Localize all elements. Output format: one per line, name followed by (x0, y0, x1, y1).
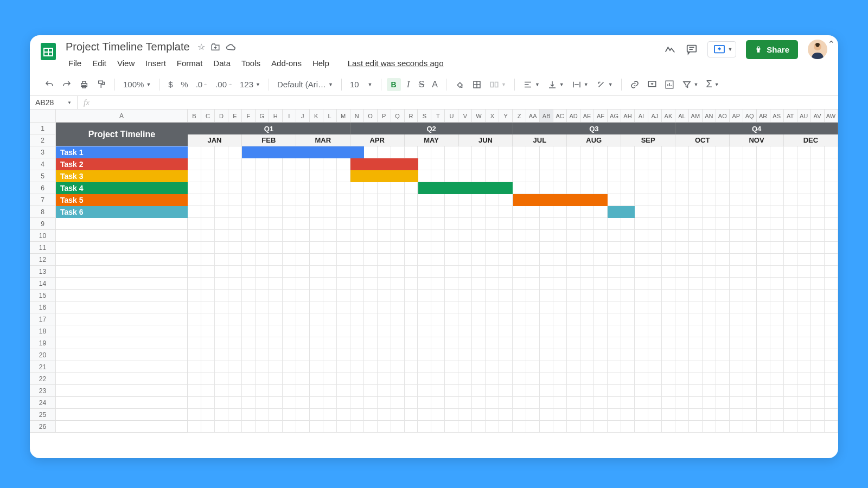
cell[interactable] (499, 325, 513, 337)
col-header[interactable]: A (56, 110, 188, 123)
cell[interactable] (56, 301, 188, 313)
cell[interactable] (594, 278, 608, 290)
cell[interactable] (445, 409, 458, 421)
cell[interactable] (703, 301, 716, 313)
cell[interactable] (472, 206, 486, 218)
cell[interactable] (811, 313, 825, 325)
cell[interactable] (567, 301, 580, 313)
cell[interactable] (364, 254, 378, 266)
cell[interactable] (784, 290, 797, 301)
cell[interactable] (256, 373, 269, 385)
cell[interactable] (730, 325, 743, 337)
cell[interactable] (621, 349, 635, 361)
cell[interactable] (811, 373, 825, 385)
cell[interactable] (689, 230, 703, 242)
cell[interactable] (730, 218, 743, 230)
cell[interactable] (757, 194, 770, 206)
cell[interactable] (825, 158, 838, 170)
cell[interactable] (675, 158, 689, 170)
cell[interactable] (770, 146, 784, 158)
cell[interactable] (648, 373, 662, 385)
col-header[interactable]: C (201, 110, 215, 123)
cell[interactable] (228, 313, 242, 325)
cell[interactable] (350, 385, 364, 397)
cell[interactable] (703, 278, 716, 290)
cell[interactable] (580, 290, 594, 301)
cell[interactable] (350, 242, 364, 254)
row-header[interactable]: 1 (30, 123, 56, 134)
cell[interactable] (635, 194, 648, 206)
col-header[interactable]: W (472, 110, 486, 123)
cell[interactable] (526, 266, 540, 278)
cell[interactable] (662, 266, 675, 278)
cell[interactable] (689, 325, 703, 337)
cell[interactable] (405, 385, 418, 397)
menu-help[interactable]: Help (308, 56, 334, 70)
cell[interactable] (188, 146, 201, 158)
cell[interactable] (215, 373, 228, 385)
cell[interactable] (269, 206, 283, 218)
cell[interactable] (635, 158, 648, 170)
cell[interactable] (364, 218, 378, 230)
cell[interactable] (594, 301, 608, 313)
cell[interactable] (540, 349, 553, 361)
cell[interactable] (296, 218, 310, 230)
cell[interactable] (526, 337, 540, 349)
cell[interactable] (553, 230, 567, 242)
cell[interactable] (743, 421, 757, 433)
cell[interactable] (486, 266, 499, 278)
cell[interactable] (188, 361, 201, 373)
cell[interactable] (608, 385, 621, 397)
cell[interactable] (215, 146, 228, 158)
cell[interactable] (608, 397, 621, 409)
cell[interactable] (608, 313, 621, 325)
menu-insert[interactable]: Insert (141, 56, 171, 70)
cell[interactable] (283, 421, 296, 433)
cell[interactable] (472, 278, 486, 290)
cell[interactable] (364, 337, 378, 349)
cell[interactable] (323, 290, 337, 301)
cell[interactable] (825, 397, 838, 409)
cell[interactable] (553, 409, 567, 421)
cell[interactable] (567, 218, 580, 230)
cell[interactable] (580, 158, 594, 170)
cell[interactable] (730, 230, 743, 242)
cell[interactable] (743, 182, 757, 194)
cell[interactable] (526, 278, 540, 290)
cell[interactable] (703, 385, 716, 397)
cell[interactable] (296, 397, 310, 409)
cell[interactable] (553, 146, 567, 158)
cell[interactable] (635, 397, 648, 409)
cell[interactable] (797, 278, 811, 290)
cell[interactable] (675, 290, 689, 301)
cell[interactable] (784, 254, 797, 266)
cell[interactable] (567, 409, 580, 421)
cell[interactable] (703, 230, 716, 242)
cell[interactable] (730, 409, 743, 421)
cell[interactable] (242, 325, 256, 337)
cell[interactable] (499, 170, 513, 182)
cell[interactable] (242, 385, 256, 397)
cell[interactable] (323, 373, 337, 385)
cell[interactable] (797, 158, 811, 170)
cell[interactable] (499, 290, 513, 301)
col-header[interactable]: AI (635, 110, 648, 123)
cell[interactable] (797, 361, 811, 373)
cell[interactable] (499, 301, 513, 313)
cell[interactable] (621, 409, 635, 421)
cell[interactable] (431, 170, 445, 182)
col-header[interactable]: N (350, 110, 364, 123)
menu-edit[interactable]: Edit (87, 56, 111, 70)
cell[interactable] (675, 397, 689, 409)
cell[interactable] (635, 206, 648, 218)
cell[interactable] (594, 337, 608, 349)
cell[interactable] (811, 218, 825, 230)
cell[interactable] (431, 158, 445, 170)
cell[interactable] (364, 194, 378, 206)
cell[interactable] (526, 409, 540, 421)
cell[interactable] (242, 313, 256, 325)
cell[interactable] (256, 230, 269, 242)
cell[interactable] (757, 218, 770, 230)
cell[interactable] (378, 313, 391, 325)
cell[interactable] (228, 349, 242, 361)
